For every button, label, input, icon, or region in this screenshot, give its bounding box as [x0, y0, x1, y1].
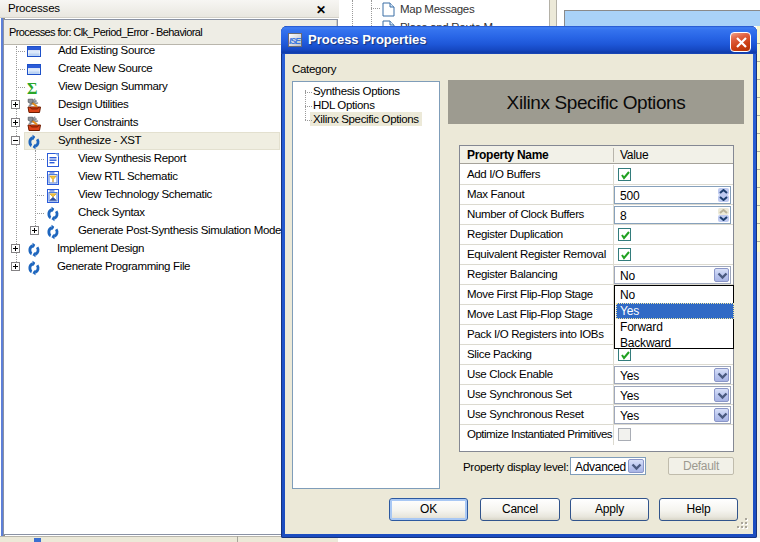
- svg-text:Σ: Σ: [27, 80, 37, 96]
